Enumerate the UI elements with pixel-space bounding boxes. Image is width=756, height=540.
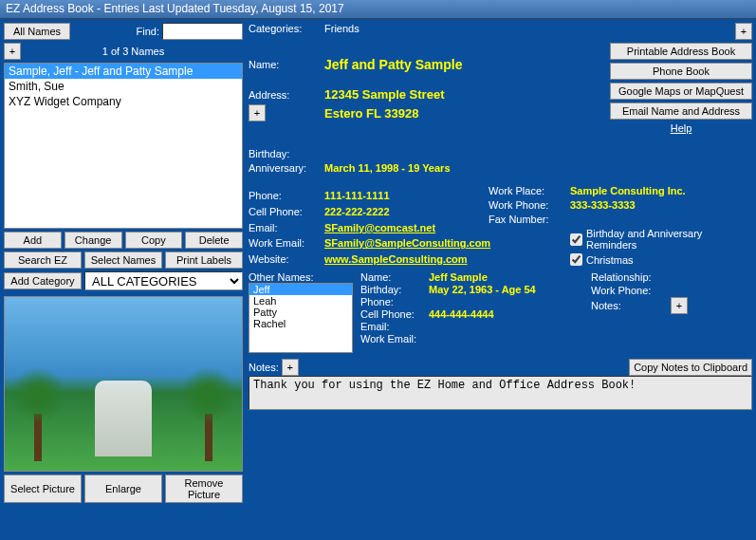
address-line1: 12345 Sample Street: [324, 87, 590, 102]
add-category-button[interactable]: Add Category: [4, 272, 82, 289]
workplace-value: Sample Consulting Inc.: [570, 185, 752, 196]
anniversary-label: Anniversary:: [249, 162, 317, 174]
sub-workphone-label: Work Phone:: [591, 285, 665, 296]
add-name-plus-button[interactable]: +: [4, 43, 21, 60]
sub-notes-label: Notes:: [591, 300, 665, 311]
name-value: Jeff and Patty Sample: [324, 57, 590, 72]
email-link[interactable]: SFamily@comcast.net: [324, 222, 490, 233]
sub-relationship-label: Relationship:: [591, 271, 665, 283]
other-names-listbox[interactable]: Jeff Leah Patty Rachel: [249, 283, 353, 353]
add-button[interactable]: Add: [4, 232, 62, 249]
print-labels-button[interactable]: Print Labels: [165, 251, 243, 269]
remove-picture-button[interactable]: Remove Picture: [165, 475, 243, 503]
contact-picture: [4, 296, 243, 472]
names-listbox[interactable]: Sample, Jeff - Jeff and Patty Sample Smi…: [4, 63, 243, 229]
maps-button[interactable]: Google Maps or MapQuest: [610, 83, 752, 100]
birthday-label: Birthday:: [249, 148, 317, 159]
right-panel: + Printable Address Book Phone Book Goog…: [249, 23, 752, 536]
find-input[interactable]: [162, 23, 243, 40]
sub-phone-label: Phone:: [360, 296, 423, 307]
left-panel: All Names Find: + 1 of 3 Names Sample, J…: [4, 23, 243, 536]
sub-bday-label: Birthday:: [360, 284, 423, 295]
other-names-label: Other Names:: [249, 271, 313, 283]
work-email-link[interactable]: SFamily@SampleConsulting.com: [324, 237, 490, 249]
sub-name-value: Jeff Sample: [429, 271, 583, 283]
all-names-button[interactable]: All Names: [4, 23, 70, 40]
list-item[interactable]: XYZ Widget Company: [5, 94, 242, 109]
reminders-checkbox[interactable]: Birthday and Anniversary Reminders: [570, 228, 752, 251]
list-item[interactable]: Smith, Sue: [5, 79, 242, 94]
sub-workemail-label: Work Email:: [360, 333, 423, 344]
copy-notes-button[interactable]: Copy Notes to Clipboard: [629, 359, 752, 376]
help-link[interactable]: Help: [610, 122, 752, 134]
phone-book-button[interactable]: Phone Book: [610, 63, 752, 80]
fax-label: Fax Number:: [489, 214, 562, 225]
notes-plus-button[interactable]: +: [282, 359, 299, 376]
copy-button[interactable]: Copy: [125, 232, 183, 249]
category-select[interactable]: ALL CATEGORIES: [84, 271, 243, 290]
website-label: Website:: [249, 253, 317, 265]
list-item[interactable]: Leah: [249, 295, 352, 307]
search-ez-button[interactable]: Search EZ: [4, 251, 82, 269]
sub-cell-label: Cell Phone:: [360, 308, 423, 320]
sub-bday-value: May 22, 1963 - Age 54: [429, 284, 583, 295]
select-names-button[interactable]: Select Names: [84, 251, 162, 269]
categories-plus-button[interactable]: +: [735, 23, 752, 40]
address-line2: Estero FL 33928: [324, 106, 590, 121]
categories-value: Friends: [324, 23, 590, 34]
sub-notes-plus-button[interactable]: +: [671, 297, 688, 314]
address-label: Address:: [249, 89, 317, 101]
workplace-label: Work Place:: [489, 185, 562, 196]
workphone-value: 333-333-3333: [570, 199, 752, 211]
notes-label: Notes:: [249, 362, 279, 373]
name-label: Name:: [249, 59, 317, 70]
phone-label: Phone:: [249, 190, 317, 201]
enlarge-button[interactable]: Enlarge: [84, 475, 162, 503]
delete-button[interactable]: Delete: [185, 232, 243, 249]
categories-label: Categories:: [249, 23, 317, 34]
find-label: Find:: [137, 26, 159, 37]
workphone-label: Work Phone:: [489, 199, 562, 211]
list-item[interactable]: Rachel: [249, 318, 352, 329]
change-button[interactable]: Change: [65, 232, 122, 249]
sub-name-label: Name:: [360, 271, 423, 283]
work-email-label: Work Email:: [249, 237, 317, 249]
email-name-address-button[interactable]: Email Name and Address: [610, 102, 752, 120]
website-link[interactable]: www.SampleConsulting.com: [324, 253, 490, 265]
anniversary-value: March 11, 1998 - 19 Years: [324, 162, 590, 174]
cell-label: Cell Phone:: [249, 206, 317, 217]
notes-textarea[interactable]: [249, 376, 752, 410]
sub-email-label: Email:: [360, 321, 423, 332]
list-item[interactable]: Patty: [249, 307, 352, 318]
email-label: Email:: [249, 222, 317, 233]
printable-address-book-button[interactable]: Printable Address Book: [610, 43, 752, 60]
address-plus-button[interactable]: +: [249, 104, 266, 121]
list-item[interactable]: Jeff: [249, 284, 352, 295]
list-item[interactable]: Sample, Jeff - Jeff and Patty Sample: [5, 64, 242, 79]
sub-cell-value: 444-444-4444: [429, 308, 583, 320]
phone-value: 111-111-1111: [324, 190, 490, 201]
cell-value: 222-222-2222: [324, 206, 490, 217]
name-count: 1 of 3 Names: [102, 46, 164, 57]
select-picture-button[interactable]: Select Picture: [4, 475, 82, 503]
window-titlebar: EZ Address Book - Entries Last Updated T…: [0, 0, 756, 19]
christmas-checkbox[interactable]: Christmas: [570, 253, 752, 266]
